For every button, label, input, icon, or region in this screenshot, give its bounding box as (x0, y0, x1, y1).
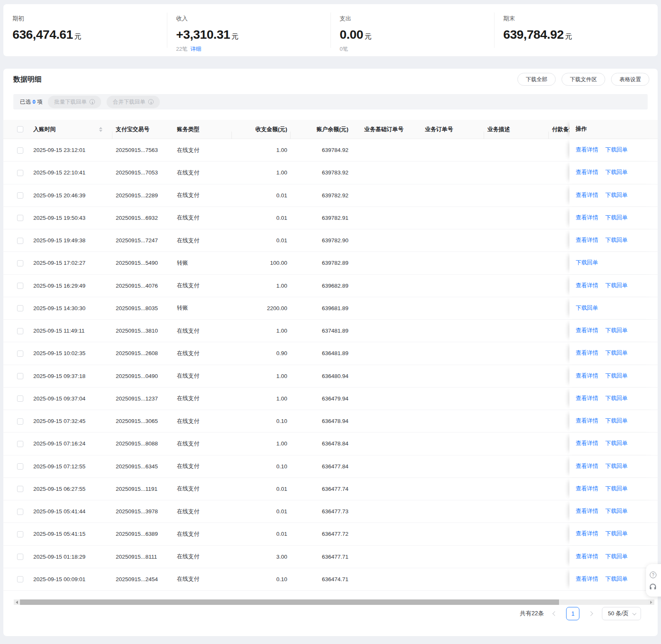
row-checkbox[interactable] (17, 576, 23, 582)
cell-balance: 636477.84 (291, 463, 352, 470)
cell-actions: 查看详情下载回单 (569, 568, 658, 590)
download-all-button[interactable]: 下载全部 (517, 73, 556, 86)
cell-account-type: 在线支付 (174, 191, 232, 199)
row-checkbox[interactable] (17, 351, 23, 357)
cell-amount: 2200.00 (232, 305, 291, 311)
view-detail-link[interactable]: 查看详情 (576, 372, 598, 380)
view-detail-link[interactable]: 查看详情 (576, 440, 598, 447)
table-row: 2025-09-15 07:16:24 20250915...8088 在线支付… (3, 433, 658, 455)
help-icon[interactable] (650, 572, 656, 578)
income-detail-link[interactable]: 详细 (190, 45, 201, 53)
download-receipt-link[interactable]: 下载回单 (605, 462, 628, 470)
view-detail-link[interactable]: 查看详情 (576, 553, 598, 560)
row-checkbox[interactable] (17, 531, 23, 537)
row-checkbox[interactable] (17, 328, 23, 334)
summary-label: 期末 (503, 15, 658, 22)
view-detail-link[interactable]: 查看详情 (576, 214, 598, 221)
cell-entry-time: 2025-09-15 19:49:38 (30, 237, 112, 244)
row-checkbox[interactable] (17, 192, 23, 199)
download-receipt-link[interactable]: 下载回单 (605, 507, 628, 515)
view-detail-link[interactable]: 查看详情 (576, 191, 598, 199)
row-checkbox[interactable] (17, 283, 23, 289)
download-receipt-link[interactable]: 下载回单 (576, 259, 598, 266)
row-checkbox[interactable] (17, 147, 23, 154)
download-receipt-link[interactable]: 下载回单 (605, 553, 628, 560)
row-checkbox[interactable] (17, 170, 23, 176)
view-detail-link[interactable]: 查看详情 (576, 575, 598, 583)
view-detail-link[interactable]: 查看详情 (576, 236, 598, 244)
download-receipt-link[interactable]: 下载回单 (605, 485, 628, 492)
merge-download-receipt-button[interactable]: 合并下载回单 (107, 96, 160, 108)
horizontal-scrollbar-thumb[interactable] (20, 599, 559, 605)
row-checkbox[interactable] (17, 554, 23, 560)
download-receipt-link[interactable]: 下载回单 (605, 214, 628, 221)
download-receipt-link[interactable]: 下载回单 (605, 169, 628, 176)
cell-amount: 0.10 (232, 463, 291, 470)
row-checkbox[interactable] (17, 486, 23, 492)
view-detail-link[interactable]: 查看详情 (576, 327, 598, 334)
sort-caret-icon[interactable] (99, 127, 102, 132)
page-number-button[interactable]: 1 (566, 607, 579, 620)
download-receipt-link[interactable]: 下载回单 (605, 349, 628, 357)
cell-transaction-id: 20250915...8035 (112, 305, 174, 311)
view-detail-link[interactable]: 查看详情 (576, 462, 598, 470)
horizontal-scrollbar-track[interactable] (559, 599, 648, 605)
row-checkbox[interactable] (17, 305, 23, 311)
row-checkbox[interactable] (17, 395, 23, 402)
row-checkbox[interactable] (17, 418, 23, 425)
row-checkbox[interactable] (17, 463, 23, 470)
view-detail-link[interactable]: 查看详情 (576, 169, 598, 176)
table-row: 2025-09-15 11:49:11 20250915...3810 在线支付… (3, 320, 658, 342)
cell-actions: 查看详情下载回单 (569, 410, 658, 432)
download-receipt-link[interactable]: 下载回单 (605, 327, 628, 334)
row-checkbox[interactable] (17, 215, 23, 221)
view-detail-link[interactable]: 查看详情 (576, 282, 598, 289)
download-receipt-link[interactable]: 下载回单 (605, 530, 628, 537)
download-receipt-link[interactable]: 下载回单 (605, 440, 628, 447)
download-receipt-link[interactable]: 下载回单 (605, 191, 628, 199)
cell-entry-time: 2025-09-15 05:41:15 (30, 531, 112, 537)
table-settings-button[interactable]: 表格设置 (611, 73, 649, 86)
next-page-button[interactable] (586, 609, 596, 619)
view-detail-link[interactable]: 查看详情 (576, 530, 598, 537)
row-checkbox-cell (3, 214, 30, 221)
download-file-area-button[interactable]: 下载文件区 (562, 73, 605, 86)
view-detail-link[interactable]: 查看详情 (576, 485, 598, 492)
chevron-right-icon (589, 611, 593, 616)
batch-download-receipt-button[interactable]: 批量下载回单 (48, 96, 101, 108)
row-checkbox[interactable] (17, 441, 23, 447)
cell-balance: 636474.71 (291, 576, 352, 582)
view-detail-link[interactable]: 查看详情 (576, 146, 598, 154)
download-receipt-link[interactable]: 下载回单 (605, 372, 628, 380)
customer-service-icon[interactable] (650, 584, 656, 589)
summary-subline: 22笔详细 (176, 45, 330, 53)
page-size-select[interactable]: 50 条/页 (602, 607, 641, 620)
scroll-right-icon[interactable] (648, 599, 654, 605)
summary-income: 收入 +3,310.31元 22笔详细 (167, 4, 330, 56)
scroll-left-icon[interactable] (14, 599, 20, 605)
download-receipt-link[interactable]: 下载回单 (576, 304, 598, 312)
view-detail-link[interactable]: 查看详情 (576, 417, 598, 425)
download-receipt-link[interactable]: 下载回单 (605, 146, 628, 154)
view-detail-link[interactable]: 查看详情 (576, 395, 598, 402)
prev-page-button[interactable] (550, 609, 560, 619)
info-circle-icon[interactable] (148, 99, 154, 104)
row-checkbox[interactable] (17, 238, 23, 244)
download-receipt-link[interactable]: 下载回单 (605, 417, 628, 425)
select-all-checkbox[interactable] (17, 126, 23, 132)
download-receipt-link[interactable]: 下载回单 (605, 395, 628, 402)
cell-balance: 639782.92 (291, 192, 352, 199)
download-receipt-link[interactable]: 下载回单 (605, 236, 628, 244)
view-detail-link[interactable]: 查看详情 (576, 507, 598, 515)
view-detail-link[interactable]: 查看详情 (576, 349, 598, 357)
row-checkbox[interactable] (17, 509, 23, 515)
row-checkbox[interactable] (17, 260, 23, 266)
summary-subline: 0笔 (340, 45, 494, 53)
table-row: 2025-09-15 14:30:30 20250915...8035 转账 2… (3, 297, 658, 320)
cell-actions: 查看详情下载回单 (569, 478, 658, 500)
info-circle-icon[interactable] (89, 99, 95, 104)
table-row: 2025-09-15 06:27:55 20250915...1191 在线支付… (3, 478, 658, 500)
download-receipt-link[interactable]: 下载回单 (605, 575, 628, 583)
download-receipt-link[interactable]: 下载回单 (605, 282, 628, 289)
row-checkbox[interactable] (17, 373, 23, 379)
